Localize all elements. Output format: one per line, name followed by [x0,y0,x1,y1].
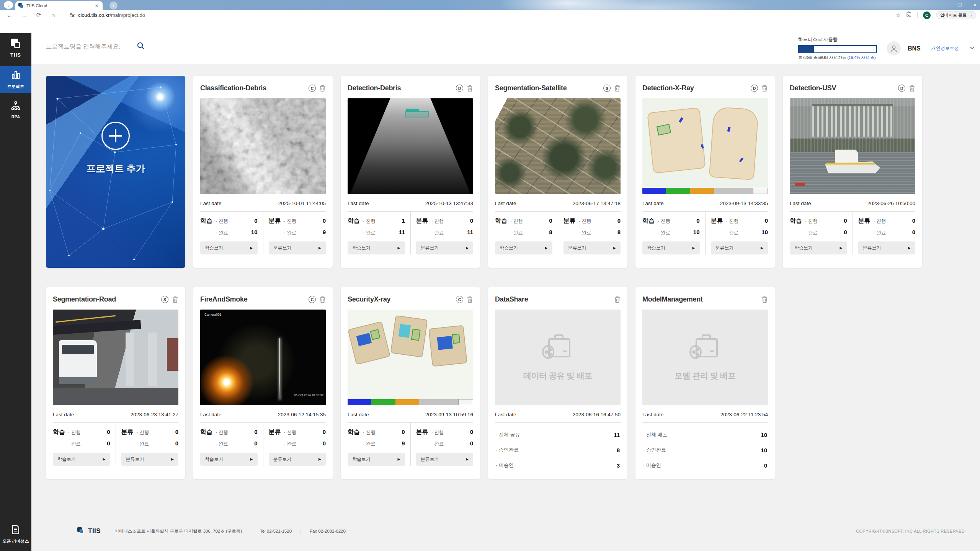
view-classify-button[interactable]: 분류보기▶ [121,453,179,466]
sidebar-item-label: 프로젝트 [7,84,24,90]
browser-profile-avatar[interactable]: C [923,11,931,19]
disk-usage-fill [799,46,814,52]
trash-icon[interactable] [467,85,473,92]
classify-complete-value: 9 [323,229,326,235]
last-date-label: Last date [790,201,811,206]
trash-icon[interactable] [614,296,621,303]
arrow-icon: ▶ [761,246,763,250]
last-date-label: Last date [642,201,664,206]
project-card: Detection-USV D Last date 2023-06-26 10:… [783,76,922,268]
stat-value: 8 [617,447,620,453]
classification-type-badge: C [309,296,316,303]
forward-icon[interactable]: → [17,12,31,18]
last-date-label: Last date [200,201,222,206]
trash-icon[interactable] [319,85,326,92]
home-icon[interactable]: ⌂ [46,12,60,18]
search-icon[interactable] [136,41,145,52]
view-classify-button[interactable]: 분류보기▶ [269,241,326,254]
trash-icon[interactable] [909,85,915,92]
window-close-icon[interactable]: ✕ [973,2,977,8]
view-learning-button[interactable]: 학습보기▶ [200,453,258,466]
view-learning-button[interactable]: 학습보기▶ [495,241,552,254]
document-icon [11,525,20,536]
window-maximize-icon[interactable]: ❐ [957,2,962,8]
disk-usage-widget: 하드디스크 사용량 총73GB 중59GB 사용 가능 (19.4% 사용 중) [798,36,879,60]
tiis-favicon-icon [18,3,24,8]
arrow-icon: ▶ [908,246,911,250]
sidebar-item-rpa[interactable]: RPA [0,97,31,122]
view-classify-button[interactable]: 분류보기▶ [269,453,326,466]
project-thumbnail[interactable] [495,98,621,194]
user-name: BNS [908,45,921,52]
org-chart-icon [11,101,21,112]
sidebar-item-project[interactable]: 프로젝트 [0,66,31,93]
reload-icon[interactable]: ⟳ [31,11,46,18]
new-tab-button[interactable]: + [109,2,118,10]
extensions-icon[interactable] [906,11,912,19]
view-classify-button[interactable]: 분류보기▶ [416,241,474,254]
model-placeholder[interactable]: 모델 관리 및 배포 [642,310,768,405]
window-minimize-icon[interactable]: — [941,2,946,8]
share-box-icon [689,334,722,360]
project-thumbnail[interactable] [53,310,178,405]
back-icon[interactable]: ← [2,12,17,18]
browser-menu-icon[interactable]: ⋮ [969,13,973,18]
view-classify-button[interactable]: 분류보기▶ [416,453,474,466]
project-thumbnail[interactable]: Camera001 05.Oct.2014 10:30:32 [200,310,326,405]
stat-label: · 미승인 [643,462,661,469]
view-learning-button[interactable]: 학습보기▶ [348,453,405,466]
project-title: Segmentation-Satellite [495,84,603,92]
view-learning-button[interactable]: 학습보기▶ [642,241,700,254]
project-search-input[interactable] [46,43,130,50]
sidebar: TIIS 프로젝트 RPA 오픈 라이선스 [0,33,31,551]
trash-icon[interactable] [319,296,326,303]
view-classify-button[interactable]: 분류보기▶ [858,241,916,254]
project-thumbnail[interactable] [642,98,768,194]
site-info-icon[interactable] [67,10,77,20]
progress-label: · 진행 [216,218,251,225]
view-learning-button[interactable]: 학습보기▶ [53,453,110,466]
project-thumbnail[interactable] [790,98,915,194]
learning-progress-value: 0 [251,217,258,224]
chrome-update-button[interactable]: 업데이트 완료⋮ [936,11,976,19]
sidebar-item-open-license[interactable]: 오픈 라이선스 [0,521,31,548]
view-classify-button[interactable]: 분류보기▶ [564,241,621,254]
trash-icon[interactable] [761,85,768,92]
arrow-icon: ▶ [398,457,400,461]
user-avatar[interactable] [887,41,901,55]
arrow-icon: ▶ [693,246,695,250]
url-text[interactable]: cloud.tiis.co.kr/main/project.do [78,12,145,18]
complete-label: · 완료 [284,230,323,236]
tab-close-icon[interactable]: ✕ [94,3,100,8]
project-card: Segmentation-Road S Last date 2023-06-23… [46,287,185,479]
trash-icon[interactable] [614,85,621,92]
add-project-card[interactable]: 프로젝트 추가 [46,76,185,268]
trash-icon[interactable] [467,296,473,303]
project-thumbnail[interactable] [348,310,473,405]
arrow-icon: ▶ [103,457,106,461]
share-placeholder[interactable]: 데이터 공유 및 배포 [495,310,621,405]
view-learning-button[interactable]: 학습보기▶ [348,241,405,254]
edit-profile-link[interactable]: 개인정보수정 [931,45,959,52]
project-thumbnail[interactable] [348,98,473,194]
sidebar-logo[interactable]: TIIS [0,33,31,62]
browser-tab[interactable]: TIIS Cloud ✕ [15,1,103,10]
progress-label: · 진행 [284,218,323,225]
view-learning-button[interactable]: 학습보기▶ [790,241,847,254]
view-classify-button[interactable]: 분류보기▶ [711,241,768,254]
arrow-icon: ▶ [613,246,616,250]
sidebar-item-label: RPA [11,114,20,119]
trash-icon[interactable] [761,296,768,303]
trash-icon[interactable] [172,296,178,303]
project-card: Detection-Debris D Last date 2025-10-13 … [341,76,480,268]
stat-value: 10 [761,447,767,453]
tab-search-caret-icon[interactable]: ⌄ [4,1,13,9]
project-thumbnail[interactable] [200,98,326,194]
last-date-value: 2023-06-22 11:23:54 [720,412,768,417]
chevron-down-icon[interactable] [969,44,975,52]
footer-copyright: COPYRIGHT©BNSOFT, INC ALL RIGHTS RESERVE… [856,529,965,533]
bookmark-star-icon[interactable]: ☆ [895,12,900,19]
disk-usage-label: 하드디스크 사용량 [798,36,879,43]
view-learning-button[interactable]: 학습보기▶ [200,241,258,254]
bar-chart-icon [11,70,21,82]
